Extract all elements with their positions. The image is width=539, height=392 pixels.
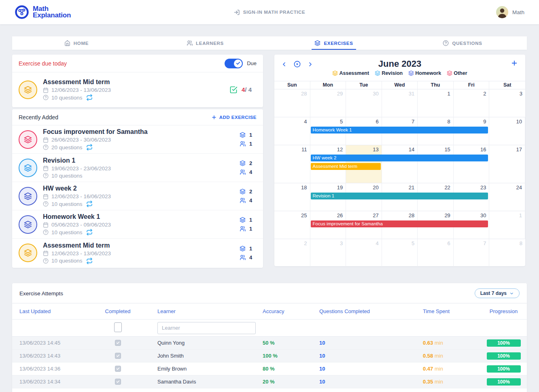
calendar-prev-button[interactable] bbox=[281, 61, 287, 68]
attempt-last-updated: 13/06/2023 14:36 bbox=[12, 362, 85, 375]
exercise-type-icon bbox=[19, 81, 37, 99]
add-exercise-button[interactable]: ADD EXERCISE bbox=[211, 114, 257, 120]
column-header[interactable]: Learner bbox=[150, 303, 255, 320]
exercise-list-item[interactable]: Revision 1 19/06/2023 - 23/06/2023 10 qu… bbox=[12, 154, 263, 182]
completed-checkbox[interactable] bbox=[115, 340, 121, 346]
layers-icon bbox=[240, 246, 246, 252]
calendar-week-row: 11121314151617HW week 2Assessment Mid te… bbox=[274, 145, 525, 183]
column-header[interactable]: Progression bbox=[480, 303, 527, 320]
completed-checkbox[interactable] bbox=[115, 379, 121, 385]
calendar-day[interactable]: 2 bbox=[454, 89, 490, 117]
learner-count: 4 bbox=[249, 197, 253, 203]
attempt-row[interactable]: 13/06/2023 14:36 Emily Brown 80 % 10 0.4… bbox=[12, 362, 527, 375]
calendar-day[interactable]: 24 bbox=[489, 183, 525, 211]
tab-label: QUESTIONS bbox=[452, 41, 482, 46]
learner-filter-input[interactable] bbox=[157, 322, 256, 334]
exercise-count: 1 bbox=[249, 217, 253, 223]
calendar-day[interactable]: 11 bbox=[274, 145, 310, 183]
exercise-attempts-panel: Exercise Attempts Last 7 days Last Updat… bbox=[12, 283, 527, 392]
calendar-day[interactable]: 6 bbox=[418, 239, 454, 267]
user-menu[interactable]: Math bbox=[496, 6, 524, 18]
calendar-day[interactable]: 3 bbox=[489, 89, 525, 117]
weekday-header: Thu bbox=[418, 81, 454, 89]
calendar-event[interactable]: Assessment Mid term bbox=[311, 163, 381, 170]
column-header[interactable]: Accuracy bbox=[255, 303, 312, 320]
completed-checkbox[interactable] bbox=[115, 366, 121, 372]
signin-math-practice-link[interactable]: SIGN-IN MATH PRACTICE bbox=[234, 0, 306, 24]
exercise-list-item[interactable]: Assessment Mid term 12/06/2023 - 13/06/2… bbox=[12, 239, 263, 267]
users-icon bbox=[240, 141, 246, 147]
calendar-day[interactable]: 4 bbox=[346, 239, 382, 267]
layers-icon bbox=[447, 70, 452, 76]
calendar-day[interactable]: 31 bbox=[382, 89, 418, 117]
repeat-icon bbox=[86, 229, 93, 235]
exercise-count: 2 bbox=[249, 160, 253, 166]
exercise-count: 2 bbox=[249, 189, 253, 195]
calendar-day[interactable]: 15 bbox=[418, 145, 454, 183]
calendar-day[interactable]: 30 bbox=[346, 89, 382, 117]
calendar-add-button[interactable] bbox=[511, 59, 518, 67]
tab-home[interactable]: HOME bbox=[12, 36, 141, 50]
calendar-day[interactable]: 1 bbox=[418, 89, 454, 117]
calendar-event[interactable]: Homework Week 1 bbox=[311, 127, 488, 133]
attempt-last-updated: 13/06/2023 14:45 bbox=[12, 337, 85, 350]
attempt-time-value: 0.47 bbox=[423, 366, 433, 372]
column-header[interactable]: Completed bbox=[85, 303, 150, 320]
column-header[interactable]: Last Updated bbox=[12, 303, 85, 320]
calendar-next-button[interactable] bbox=[307, 61, 314, 68]
column-header[interactable]: Time Spent bbox=[416, 303, 480, 320]
completed-checkbox[interactable] bbox=[115, 353, 121, 359]
calendar-day[interactable]: 29 bbox=[310, 89, 346, 117]
calendar-day[interactable]: 7 bbox=[454, 239, 490, 267]
tab-exercises[interactable]: EXERCISES bbox=[270, 36, 398, 50]
tab-questions[interactable]: QUESTIONS bbox=[398, 36, 527, 50]
date-range-dropdown[interactable]: Last 7 days bbox=[475, 288, 520, 298]
attempt-accuracy: 20 % bbox=[255, 375, 312, 388]
calendar-day[interactable]: 25 bbox=[274, 211, 310, 239]
exercise-type-icon bbox=[19, 244, 37, 262]
calendar-day[interactable]: 2 bbox=[274, 239, 310, 267]
column-header[interactable]: Questions Completed bbox=[312, 303, 416, 320]
calendar-day[interactable]: 17 bbox=[489, 145, 525, 183]
calendar-grid: SunMonTueWedThuFriSat 282930311234567891… bbox=[274, 81, 525, 267]
calendar-event[interactable]: Revision 1 bbox=[311, 193, 488, 199]
calendar-today-button[interactable] bbox=[293, 60, 301, 68]
layers-icon bbox=[332, 70, 338, 76]
calendar-day[interactable]: 3 bbox=[310, 239, 346, 267]
calendar-day[interactable]: 4 bbox=[274, 117, 310, 145]
exercise-title: Revision 1 bbox=[43, 157, 240, 164]
exercise-list-item[interactable]: HW week 2 12/06/2023 - 16/06/2023 10 que… bbox=[12, 182, 263, 210]
completed-filter-checkbox[interactable] bbox=[114, 322, 122, 332]
attempt-time-unit: min bbox=[435, 366, 443, 372]
chevron-down-icon bbox=[509, 291, 514, 296]
weekday-header: Wed bbox=[382, 81, 418, 89]
layers-icon bbox=[240, 189, 246, 195]
calendar-day[interactable]: 14 bbox=[382, 145, 418, 183]
exercise-list-item[interactable]: Assessment Mid term 12/06/2023 - 13/06/2… bbox=[12, 72, 263, 107]
calendar-day[interactable]: 10 bbox=[489, 117, 525, 145]
attempt-learner: John Smith bbox=[150, 350, 255, 362]
calendar-day[interactable]: 5 bbox=[382, 239, 418, 267]
attempts-count: Count: 4 bbox=[12, 388, 527, 392]
tab-learners[interactable]: LEARNERS bbox=[141, 36, 270, 50]
attempt-row[interactable]: 13/06/2023 14:45 Quinn Yong 50 % 10 0.63… bbox=[12, 337, 527, 350]
exercise-question-count: 20 questions bbox=[51, 144, 83, 150]
calendar-day[interactable]: 8 bbox=[489, 239, 525, 267]
due-toggle[interactable] bbox=[225, 59, 243, 68]
calendar-legend: AssessmentRevisionHomeworkOther bbox=[274, 70, 525, 76]
app-logo[interactable]: Math Explanation bbox=[15, 5, 71, 19]
exercise-list-item[interactable]: Focus improvement for Samantha 26/06/202… bbox=[12, 125, 263, 154]
attempt-row[interactable]: 13/06/2023 14:34 Samantha Davis 20 % 10 … bbox=[12, 375, 527, 388]
exercise-list-item[interactable]: Homework Week 1 05/06/2023 - 09/06/2023 … bbox=[12, 210, 263, 239]
attempt-time-unit: min bbox=[435, 379, 443, 385]
calendar-day[interactable]: 28 bbox=[274, 89, 310, 117]
legend-homework: Homework bbox=[408, 70, 441, 76]
calendar-event[interactable]: Focus improvement for Samantha bbox=[311, 220, 488, 227]
repeat-icon bbox=[86, 201, 93, 207]
attempt-row[interactable]: 13/06/2023 14:43 John Smith 100 % 10 0.5… bbox=[12, 350, 527, 362]
exercise-question-count: 10 questions bbox=[51, 229, 83, 235]
calendar-day[interactable]: 16 bbox=[454, 145, 490, 183]
calendar-day[interactable]: 1 bbox=[489, 211, 525, 239]
calendar-event[interactable]: HW week 2 bbox=[311, 155, 488, 161]
calendar-day[interactable]: 18 bbox=[274, 183, 310, 211]
